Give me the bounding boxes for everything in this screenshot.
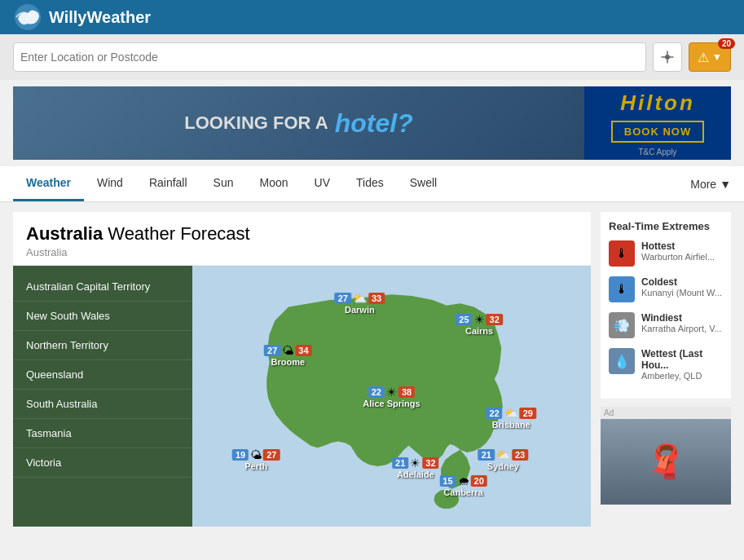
tab-rainfall[interactable]: Rainfall <box>136 166 200 201</box>
rain-drop-icon: 💧 <box>614 354 630 369</box>
extreme-coldest: 🌡 Coldest Kunanyi (Mount W... <box>609 276 723 302</box>
alert-button[interactable]: 20 ⚠ ▼ <box>689 42 731 72</box>
logo[interactable]: WillyWeather <box>13 2 151 32</box>
right-ad-image: 🧣 <box>645 443 686 481</box>
forecast-title: Australia Weather Forecast <box>26 223 578 245</box>
forecast-title-bold: Australia <box>26 223 103 244</box>
ad-looking-text: LOOKING FOR A <box>184 112 328 134</box>
thermometer-hot-icon: 🌡 <box>615 246 628 261</box>
region-vic[interactable]: Victoria <box>13 448 192 478</box>
wettest-label: Wettest (Last Hou... <box>641 348 723 371</box>
marker-sydney[interactable]: 21 ⛅ 23 Sydney <box>478 448 529 471</box>
search-bar-area: 20 ⚠ ▼ <box>0 34 744 80</box>
marker-brisbane[interactable]: 22 ⛅ 29 Brisbane <box>486 407 536 430</box>
book-now-button[interactable]: BOOK NOW <box>611 121 704 143</box>
region-sidebar: Australian Capital Territory New South W… <box>13 266 192 527</box>
ad-banner[interactable]: LOOKING FOR A hotel? Hilton BOOK NOW T&C… <box>13 86 731 160</box>
coldest-icon-wrap: 🌡 <box>609 276 635 302</box>
tab-moon[interactable]: Moon <box>247 166 302 201</box>
search-input[interactable] <box>20 51 639 64</box>
marker-darwin[interactable]: 27 ⛅ 33 Darwin <box>335 292 385 315</box>
tab-tides[interactable]: Tides <box>343 166 397 201</box>
left-panel: Australia Weather Forecast Australia Aus… <box>13 212 591 527</box>
right-ad[interactable]: Ad 🧣 <box>601 407 731 505</box>
region-tas[interactable]: Tasmania <box>13 419 192 448</box>
marker-adelaide[interactable]: 21 ☀ 32 Adelaide <box>392 456 439 479</box>
more-button[interactable]: More ▼ <box>690 168 731 201</box>
extreme-wettest: 💧 Wettest (Last Hou... Amberley, QLD <box>609 348 723 381</box>
forecast-title-rest: Weather Forecast <box>103 223 250 244</box>
windiest-icon-wrap: 💨 <box>609 312 635 338</box>
coldest-label: Coldest <box>641 276 723 288</box>
hottest-label: Hottest <box>641 240 723 252</box>
marker-broome[interactable]: 27 🌤 34 Broome <box>264 344 312 367</box>
alert-chevron-icon: ▼ <box>712 51 722 63</box>
marker-cairns[interactable]: 25 ☀ 32 Cairns <box>456 313 503 336</box>
willy-weather-logo-icon <box>13 2 42 32</box>
hottest-location: Warburton Airfiel... <box>641 252 723 262</box>
windiest-label: Windiest <box>641 312 723 324</box>
more-chevron-icon: ▼ <box>720 178 731 191</box>
tab-weather[interactable]: Weather <box>13 166 84 201</box>
svg-point-1 <box>665 55 670 60</box>
region-nt[interactable]: Northern Territory <box>13 331 192 360</box>
thermometer-cold-icon: 🌡 <box>615 282 628 297</box>
region-sa[interactable]: South Australia <box>13 390 192 419</box>
forecast-header: Australia Weather Forecast Australia <box>13 212 591 266</box>
hottest-info: Hottest Warburton Airfiel... <box>641 240 723 262</box>
location-icon <box>660 50 675 64</box>
main-content: Australia Weather Forecast Australia Aus… <box>0 202 744 536</box>
extremes-panel: Real-Time Extremes 🌡 Hottest Warburton A… <box>601 212 731 399</box>
nav-tabs: Weather Wind Rainfall Sun Moon UV Tides … <box>0 166 744 202</box>
hottest-icon-wrap: 🌡 <box>609 240 635 267</box>
coldest-location: Kunanyi (Mount W... <box>641 288 723 298</box>
extremes-title: Real-Time Extremes <box>609 220 723 232</box>
search-wrapper <box>13 42 646 72</box>
wind-icon: 💨 <box>614 318 630 333</box>
map-container: Australian Capital Territory New South W… <box>13 266 591 527</box>
region-nsw[interactable]: New South Wales <box>13 302 192 331</box>
windiest-location: Karratha Airport, V... <box>641 324 723 333</box>
tab-uv[interactable]: UV <box>302 166 343 201</box>
alert-badge: 20 <box>718 38 735 49</box>
region-qld[interactable]: Queensland <box>13 360 192 390</box>
coldest-info: Coldest Kunanyi (Mount W... <box>641 276 723 298</box>
marker-perth[interactable]: 19 🌤 27 Perth <box>232 448 280 471</box>
tab-sun[interactable]: Sun <box>200 166 247 201</box>
logo-text: WillyWeather <box>49 8 151 27</box>
right-ad-content: 🧣 <box>601 419 731 505</box>
ad-hotel-text: hotel? <box>335 108 413 139</box>
location-button[interactable] <box>653 42 682 72</box>
tab-wind[interactable]: Wind <box>84 166 136 201</box>
alert-triangle-icon: ⚠ <box>698 50 709 65</box>
right-panel: Real-Time Extremes 🌡 Hottest Warburton A… <box>601 212 731 527</box>
wettest-icon-wrap: 💧 <box>609 348 635 374</box>
tc-text: T&C Apply <box>638 148 676 157</box>
marker-alice-springs[interactable]: 22 ☀ 38 Alice Springs <box>363 386 420 408</box>
right-ad-label: Ad <box>601 407 731 419</box>
hilton-logo: Hilton <box>620 90 695 116</box>
tab-swell[interactable]: Swell <box>397 166 450 201</box>
wettest-info: Wettest (Last Hou... Amberley, QLD <box>641 348 723 381</box>
extreme-hottest: 🌡 Hottest Warburton Airfiel... <box>609 240 723 267</box>
forecast-subtitle: Australia <box>26 246 578 258</box>
extreme-windiest: 💨 Windiest Karratha Airport, V... <box>609 312 723 338</box>
wettest-location: Amberley, QLD <box>641 371 723 381</box>
header: WillyWeather <box>0 0 744 34</box>
region-act[interactable]: Australian Capital Territory <box>13 272 192 302</box>
marker-canberra[interactable]: 15 🌧 20 Canberra <box>439 474 487 497</box>
windiest-info: Windiest Karratha Airport, V... <box>641 312 723 333</box>
